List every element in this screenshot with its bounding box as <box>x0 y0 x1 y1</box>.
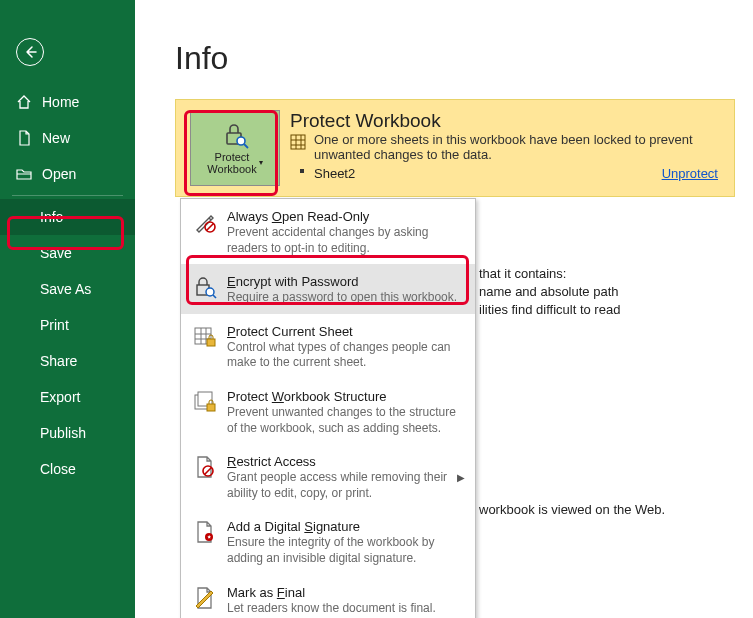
sidebar-item-export[interactable]: Export <box>0 379 135 415</box>
svg-line-12 <box>213 295 216 298</box>
menu-item-desc: Prevent accidental changes by asking rea… <box>227 225 463 256</box>
chevron-right-icon: ▶ <box>457 471 465 482</box>
menu-item-title: Add a Digital Signature <box>227 519 463 534</box>
lock-search-icon <box>193 274 217 306</box>
sidebar-item-label: Home <box>42 94 79 110</box>
sidebar-item-save[interactable]: Save <box>0 235 135 271</box>
bg-text: ilities find difficult to read <box>479 302 620 317</box>
protect-description: One or more sheets in this workbook have… <box>290 132 718 162</box>
svg-point-11 <box>206 288 214 296</box>
sheet-lock-icon <box>193 324 217 371</box>
svg-point-1 <box>237 137 245 145</box>
sidebar-item-label: Publish <box>40 425 86 441</box>
menu-item-protect-current-sheet[interactable]: Protect Current Sheet Control what types… <box>181 314 475 379</box>
menu-item-mark-as-final[interactable]: Mark as Final Let readers know the docum… <box>181 575 475 618</box>
signature-icon <box>193 519 217 566</box>
protect-desc-text: One or more sheets in this workbook have… <box>314 132 693 162</box>
svg-rect-21 <box>207 404 215 411</box>
sidebar-item-label: New <box>42 130 70 146</box>
bullet <box>300 169 304 173</box>
sidebar-item-save-as[interactable]: Save As <box>0 271 135 307</box>
sidebar-item-print[interactable]: Print <box>0 307 135 343</box>
sidebar-item-label: Share <box>40 353 77 369</box>
final-icon <box>193 585 217 617</box>
page-title: Info <box>175 40 753 77</box>
sidebar-item-label: Open <box>42 166 76 182</box>
sidebar-item-new[interactable]: New <box>0 120 135 156</box>
sidebar-item-publish[interactable]: Publish <box>0 415 135 451</box>
unprotect-link[interactable]: Unprotect <box>662 166 718 181</box>
back-button[interactable] <box>16 38 44 66</box>
menu-item-restrict-access[interactable]: Restrict Access Grant people access whil… <box>181 444 475 509</box>
protect-title: Protect Workbook <box>290 110 718 132</box>
button-label-line: Protect <box>215 151 250 163</box>
sidebar-item-label: Export <box>40 389 80 405</box>
sidebar-item-close[interactable]: Close <box>0 451 135 487</box>
new-icon <box>16 130 32 146</box>
menu-item-desc: Let readers know the document is final. <box>227 601 463 617</box>
menu-item-title: Encrypt with Password <box>227 274 463 289</box>
protect-workbook-panel: Protect Workbook ▾ Protect Workbook One … <box>175 99 735 197</box>
sheet-icon <box>290 134 306 150</box>
menu-item-desc: Grant people access while removing their… <box>227 470 463 501</box>
bg-text: workbook is viewed on the Web. <box>479 502 665 517</box>
workbook-lock-icon <box>193 389 217 436</box>
menu-item-title: Always Open Read-Only <box>227 209 463 224</box>
sidebar-item-label: Print <box>40 317 69 333</box>
menu-item-title: Protect Current Sheet <box>227 324 463 339</box>
button-label-line: Workbook <box>207 163 256 175</box>
sidebar-item-label: Info <box>40 209 63 225</box>
sidebar-item-label: Save As <box>40 281 91 297</box>
sidebar-item-info[interactable]: Info <box>0 199 135 235</box>
bg-text: name and absolute path <box>479 284 619 299</box>
open-icon <box>16 166 32 182</box>
menu-item-add-digital-signature[interactable]: Add a Digital Signature Ensure the integ… <box>181 509 475 574</box>
chevron-down-icon: ▾ <box>259 159 263 168</box>
menu-item-always-open-read-only[interactable]: Always Open Read-Only Prevent accidental… <box>181 199 475 264</box>
sidebar-item-label: Close <box>40 461 76 477</box>
menu-item-desc: Require a password to open this workbook… <box>227 290 463 306</box>
svg-line-9 <box>207 224 214 231</box>
menu-item-desc: Ensure the integrity of the workbook by … <box>227 535 463 566</box>
sidebar-divider <box>12 195 123 196</box>
home-icon <box>16 94 32 110</box>
menu-item-title: Protect Workbook Structure <box>227 389 463 404</box>
sidebar-list: Home New Open Info Save Save As Print Sh… <box>0 84 135 487</box>
menu-item-title: Mark as Final <box>227 585 463 600</box>
lock-search-icon <box>221 121 249 149</box>
sidebar-item-open[interactable]: Open <box>0 156 135 192</box>
restrict-icon <box>193 454 217 501</box>
protect-info: Protect Workbook One or more sheets in t… <box>290 108 726 188</box>
arrow-left-icon <box>23 45 37 59</box>
protected-sheet-name: Sheet2 <box>314 166 355 181</box>
protect-workbook-menu: Always Open Read-Only Prevent accidental… <box>180 198 476 618</box>
sidebar-item-share[interactable]: Share <box>0 343 135 379</box>
sidebar-item-home[interactable]: Home <box>0 84 135 120</box>
protect-workbook-button[interactable]: Protect Workbook ▾ <box>190 110 280 186</box>
svg-rect-18 <box>207 339 215 346</box>
bg-text: that it contains: <box>479 266 566 281</box>
menu-item-desc: Control what types of changes people can… <box>227 340 463 371</box>
svg-line-2 <box>244 144 248 148</box>
menu-item-protect-workbook-structure[interactable]: Protect Workbook Structure Prevent unwan… <box>181 379 475 444</box>
backstage-sidebar: Home New Open Info Save Save As Print Sh… <box>0 0 135 618</box>
svg-rect-3 <box>291 135 305 149</box>
menu-item-encrypt-with-password[interactable]: Encrypt with Password Require a password… <box>181 264 475 314</box>
sidebar-item-label: Save <box>40 245 72 261</box>
readonly-icon <box>193 209 217 256</box>
menu-item-desc: Prevent unwanted changes to the structur… <box>227 405 463 436</box>
menu-item-title: Restrict Access <box>227 454 463 469</box>
